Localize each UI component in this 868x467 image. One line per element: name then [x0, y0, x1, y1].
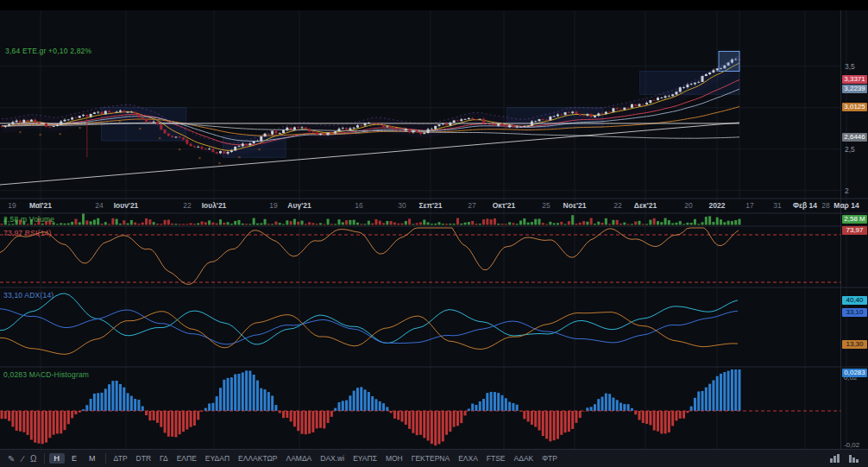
- symbol-quote-label: 3,64 ETE.gr +0,10 2,82%: [5, 47, 91, 55]
- timeframe-Η[interactable]: Η: [49, 453, 66, 464]
- time-axis-label: Οκτ'21: [493, 201, 516, 210]
- time-axis-label: Μαρ 14: [833, 201, 859, 210]
- histogram-icon[interactable]: [848, 453, 860, 464]
- time-axis-label: Σεπ'21: [418, 201, 442, 210]
- adx-badge-minus-di: 13,30: [842, 340, 867, 349]
- tool-trendline-tool[interactable]: ∕: [18, 454, 27, 464]
- ticker-DTR[interactable]: DTR: [132, 453, 155, 464]
- time-axis-label: 22: [183, 201, 191, 210]
- time-axis-label: 20: [684, 201, 692, 210]
- time-axis-label: 19: [269, 201, 277, 210]
- time-axis-label: 17: [745, 201, 753, 210]
- volume-badge: 2,58 M: [842, 215, 867, 224]
- ticker-ΦΤΡ[interactable]: ΦΤΡ: [538, 453, 562, 464]
- time-axis-label: Ιουν'21: [114, 201, 139, 210]
- toolbar-divider: [44, 453, 45, 464]
- time-axis-label: Δεκ'21: [634, 201, 657, 210]
- ticker-ΛΑΜΔΑ[interactable]: ΛΑΜΔΑ: [281, 453, 316, 464]
- ticker-ΔΤΡ[interactable]: ΔΤΡ: [110, 453, 132, 464]
- volume-indicator-label: 2,58 m Volume: [3, 215, 54, 224]
- price-badge: 3,2239: [842, 85, 867, 93]
- time-axis-label: Νοε'21: [563, 201, 587, 210]
- time-axis-label: 30: [398, 201, 406, 210]
- svg-text:×: ×: [118, 119, 122, 124]
- price-axis-tick: 3,5: [845, 62, 855, 71]
- svg-text:×: ×: [158, 136, 161, 141]
- price-badge: 2,6446: [842, 133, 867, 142]
- ticker-ΕΥΔΑΠ[interactable]: ΕΥΔΑΠ: [201, 453, 234, 464]
- svg-text:×: ×: [138, 126, 142, 131]
- drawing-tools: ✎∕Ω: [4, 454, 41, 464]
- adx-pane: [0, 293, 738, 354]
- macd-indicator-label: 0,0283 MACD-Histogram: [3, 370, 89, 379]
- tool-omega-tool[interactable]: Ω: [27, 454, 40, 464]
- time-axis-label: Αυγ'21: [287, 201, 311, 210]
- bottom-toolbar: ✎∕Ω ΗΕΜ ΔΤΡDTRΓΔΕΛΠΕΕΥΔΑΠΕΛΛΑΚΤΩΡΛΑΜΔΑDA…: [0, 449, 868, 467]
- price-badge: 3,0125: [842, 103, 867, 111]
- svg-text:×: ×: [79, 125, 82, 130]
- ticker-tabs: ΔΤΡDTRΓΔΕΛΠΕΕΥΔΑΠΕΛΛΑΚΤΩΡΛΑΜΔΑDAX.wiΕΥΑΠ…: [110, 453, 562, 464]
- svg-text:×: ×: [217, 161, 221, 166]
- toolbar-right-icons: [829, 453, 864, 464]
- ticker-ΕΛΧΑ[interactable]: ΕΛΧΑ: [454, 453, 482, 464]
- adx-badge-adx: 33,10: [842, 308, 867, 317]
- svg-text:×: ×: [258, 147, 261, 152]
- price-axis-tick: 2,5: [845, 145, 855, 154]
- ticker-ΑΔΑΚ[interactable]: ΑΔΑΚ: [510, 453, 538, 464]
- moving-average-lines: [2, 56, 739, 158]
- toolbar-divider: [105, 453, 106, 464]
- svg-text:×: ×: [198, 155, 201, 161]
- time-axis-label: Φεβ 14: [793, 201, 817, 210]
- svg-text:×: ×: [19, 129, 22, 135]
- svg-text:×: ×: [39, 132, 42, 137]
- ticker-ΜΟΗ[interactable]: ΜΟΗ: [381, 453, 407, 464]
- macd-histogram: [1, 369, 741, 445]
- time-axis-label: 27: [468, 201, 475, 210]
- time-axis-label: Ιουλ'21: [202, 201, 227, 210]
- timeframe-Μ[interactable]: Μ: [84, 453, 101, 464]
- time-axis-label: 2022: [709, 201, 726, 210]
- ticker-ΕΛΛΑΚΤΩΡ[interactable]: ΕΛΛΑΚΤΩΡ: [234, 453, 281, 464]
- svg-text:×: ×: [98, 121, 102, 126]
- tool-draw-pencil[interactable]: ✎: [4, 454, 18, 464]
- timeframe-buttons: ΗΕΜ: [48, 453, 102, 464]
- price-chart-canvas[interactable]: ×××××××××××××: [0, 0, 868, 449]
- ticker-ΓΔ[interactable]: ΓΔ: [155, 453, 173, 464]
- time-axis-label: Μαϊ'21: [29, 201, 52, 210]
- rsi-indicator-label: 73,97 RSI(14): [3, 229, 52, 237]
- adx-indicator-label: 33,10 ADX(14): [3, 291, 53, 300]
- macd-badge: 0,0283: [842, 369, 867, 377]
- timeframe-Ε[interactable]: Ε: [66, 453, 82, 464]
- ticker-DAX.wi[interactable]: DAX.wi: [316, 453, 349, 464]
- time-axis-label: 16: [355, 201, 362, 210]
- ticker-ΕΥΑΠΣ[interactable]: ΕΥΑΠΣ: [349, 453, 381, 464]
- svg-text:×: ×: [59, 131, 62, 136]
- price-badge: 3,3371: [842, 75, 867, 84]
- ticker-ΓΕΚΤΕΡΝΑ[interactable]: ΓΕΚΤΕΡΝΑ: [407, 453, 454, 464]
- price-axis-tick: 2: [845, 186, 849, 195]
- time-axis-label: 25: [542, 201, 550, 210]
- svg-text:×: ×: [238, 155, 242, 160]
- adx-badge-plus-di: 40,40: [842, 296, 867, 305]
- ticker-FTSE[interactable]: FTSE: [482, 453, 510, 464]
- macd-axis-tick: -0,02: [844, 441, 859, 449]
- trading-platform: ××××××××××××× 3,64 ETE.gr +0,10 2,82% 2,…: [0, 0, 868, 467]
- time-axis-label: 22: [613, 201, 621, 210]
- rsi-badge: 73,97: [842, 226, 867, 235]
- svg-text:×: ×: [178, 147, 181, 152]
- time-axis-label: 24: [95, 201, 103, 210]
- time-axis-label: 19: [8, 201, 16, 210]
- volume-bars: [1, 214, 741, 225]
- selected-bar-highlight[interactable]: [719, 51, 739, 71]
- ticker-ΕΛΠΕ[interactable]: ΕΛΠΕ: [173, 453, 201, 464]
- time-axis-label: 31: [773, 201, 781, 210]
- time-axis-label: 28: [821, 201, 829, 210]
- volume-bars-icon[interactable]: [829, 453, 841, 464]
